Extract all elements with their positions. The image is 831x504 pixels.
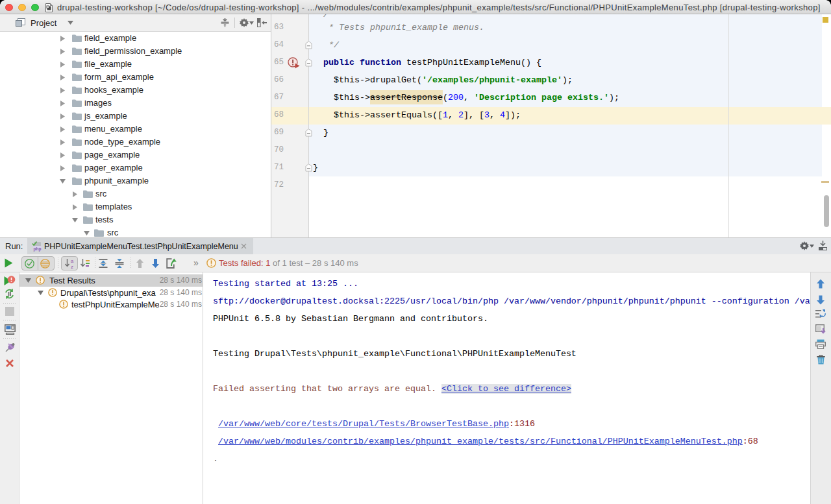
svg-text:php: php	[34, 246, 42, 252]
svg-text:z: z	[71, 264, 73, 269]
